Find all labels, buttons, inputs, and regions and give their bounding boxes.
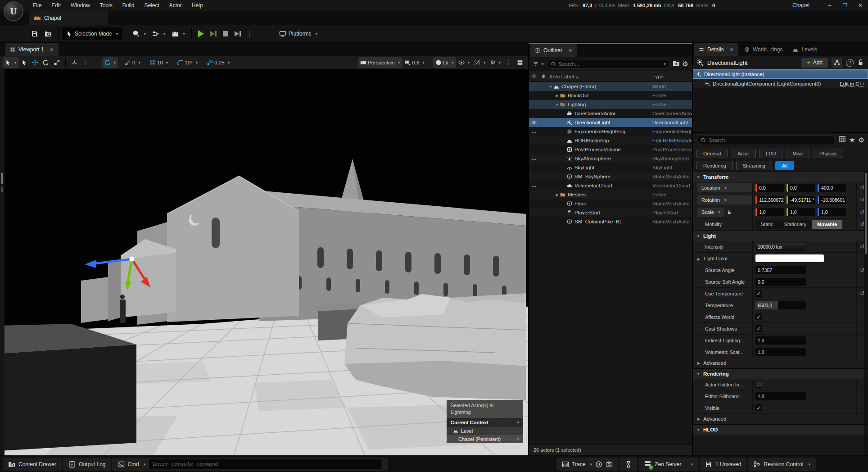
unsaved-button[interactable]: 1 Unsaved: [700, 458, 746, 471]
console-command-input[interactable]: [153, 461, 379, 467]
console-command-field[interactable]: [149, 459, 383, 469]
expander[interactable]: ▼: [554, 103, 560, 107]
rotation-snap-dropdown[interactable]: 10°▾: [175, 57, 200, 68]
filter-physics[interactable]: Physics: [813, 149, 843, 158]
tab-details[interactable]: Details✕: [694, 43, 738, 56]
snap-rotate-dropdown[interactable]: ▾: [102, 57, 118, 68]
volumetric-scattering-input[interactable]: 1,0: [755, 348, 806, 356]
menu-tools[interactable]: Tools: [95, 0, 118, 11]
row-lighting[interactable]: ▼ LightingFolder: [529, 100, 692, 109]
filter-lod[interactable]: LOD: [759, 149, 783, 158]
edit-hdri-link[interactable]: Edit HDRIBackdrop: [652, 138, 692, 143]
select-tool[interactable]: [19, 57, 30, 68]
view-mode-dropdown[interactable]: Lit▾: [433, 57, 456, 68]
tab-world-settings[interactable]: World...tings: [740, 43, 787, 56]
affects-world-checkbox[interactable]: [755, 313, 762, 320]
unlock-icon[interactable]: [857, 59, 864, 66]
outliner-settings-button[interactable]: ⚙: [683, 60, 688, 68]
editor-billboard-input[interactable]: 1,0: [755, 392, 806, 400]
expander[interactable]: ▼: [548, 85, 554, 89]
section-rendering[interactable]: ▼Rendering: [693, 368, 868, 379]
edit-in-cpp-link[interactable]: Edit in C++: [840, 81, 865, 86]
add-actor-dropdown[interactable]: ▾: [129, 27, 149, 40]
unreal-logo-icon[interactable]: U: [4, 1, 23, 21]
light-advanced-expander[interactable]: ▶Advanced: [693, 358, 868, 368]
add-component-button[interactable]: +Add: [801, 58, 828, 68]
skip-button[interactable]: [207, 27, 220, 40]
row-blockout[interactable]: ▶ BlockOutFolder: [529, 91, 692, 100]
hidden-eye-icon[interactable]: [529, 129, 539, 134]
viewport-kebab[interactable]: ⋮: [503, 59, 515, 66]
row-volumetriccloud[interactable]: VolumetricCloudVolumetricCloud: [529, 181, 692, 190]
mobility-movable[interactable]: Movable: [812, 220, 842, 229]
context-level-row[interactable]: Level: [447, 427, 523, 435]
platforms-dropdown[interactable]: Platforms▾: [276, 27, 321, 40]
row-directionallight[interactable]: DirectionalLightDirectionalLight: [529, 118, 692, 127]
row-postprocessvolume[interactable]: PostProcessVolumePostProcessVolume: [529, 145, 692, 154]
details-search[interactable]: [696, 135, 836, 145]
filter-misc[interactable]: Misc: [786, 149, 809, 158]
coordinate-space-toggle[interactable]: [69, 57, 80, 68]
row-skylight[interactable]: SkyLightSkyLight: [529, 163, 692, 172]
cast-shadows-checkbox[interactable]: [755, 325, 762, 332]
hidden-eye-icon[interactable]: [529, 183, 539, 188]
scale-x-input[interactable]: 1,0: [755, 208, 784, 216]
move-tool[interactable]: [30, 57, 41, 68]
light-color-swatch[interactable]: [755, 254, 824, 262]
component-hierarchy-button[interactable]: [832, 58, 842, 68]
close-tab-icon[interactable]: ✕: [730, 47, 734, 53]
row-chapel-editor[interactable]: ▼ Chapel (Editor)World: [529, 82, 692, 91]
location-y-input[interactable]: 0,0: [787, 184, 815, 192]
content-browser-button[interactable]: [41, 27, 55, 40]
cinematics-dropdown[interactable]: ▾: [168, 27, 188, 40]
scale-z-input[interactable]: 1,0: [818, 208, 846, 216]
surface-snap-dropdown[interactable]: 0▾: [122, 57, 143, 68]
details-search-input[interactable]: [709, 137, 832, 143]
output-log-button[interactable]: Output Log: [63, 458, 111, 471]
visibility-eye-icon[interactable]: [529, 120, 539, 125]
tab-outliner[interactable]: Outliner ✕: [530, 44, 577, 57]
menu-build[interactable]: Build: [118, 0, 140, 11]
scale-tool[interactable]: [51, 57, 62, 68]
section-transform[interactable]: ▼Transform: [693, 172, 868, 182]
scale-dropdown[interactable]: Scale▾: [697, 208, 724, 217]
revision-control-dropdown[interactable]: Revision Control▾: [748, 458, 816, 471]
stall-detector-button[interactable]: [619, 458, 637, 471]
viewport-settings-dropdown[interactable]: ⚙▾: [488, 57, 503, 68]
stop-button[interactable]: [220, 27, 231, 40]
menu-window[interactable]: Window: [66, 0, 95, 11]
snapshot-icon[interactable]: [606, 461, 613, 468]
outliner-filter-dropdown[interactable]: ▾: [533, 61, 544, 67]
minimize-button[interactable]: –: [822, 0, 837, 11]
unlock-icon[interactable]: [727, 209, 732, 215]
transform-kebab[interactable]: ⋮: [80, 59, 91, 66]
viewport-scene[interactable]: Selected Actor(s) in Lightning Current C…: [0, 69, 528, 455]
content-drawer-button[interactable]: Content Drawer: [3, 458, 62, 471]
item-label-column[interactable]: Item Label ▲: [548, 74, 652, 79]
favorites-button[interactable]: ★: [849, 136, 855, 144]
source-soft-angle-input[interactable]: 0,0: [755, 278, 806, 286]
show-flags-dropdown[interactable]: ▾: [456, 57, 472, 68]
selection-mode-dropdown[interactable]: Selection Mode▾: [62, 27, 122, 40]
location-x-input[interactable]: 0,0: [755, 184, 784, 192]
rotation-z-input[interactable]: -10,308601: [818, 196, 846, 204]
transform-mode-dropdown[interactable]: ▾: [3, 57, 19, 68]
menu-select[interactable]: Select: [139, 0, 164, 11]
help-icon[interactable]: ?: [846, 59, 854, 67]
row-meshes[interactable]: ▶ MeshesFolder: [529, 190, 692, 199]
grid-snap-dropdown[interactable]: 10▾: [147, 57, 170, 68]
component-row-lightcomponent[interactable]: DirectionalLightComponent (LightComponen…: [693, 79, 868, 88]
mobility-stationary[interactable]: Stationary: [779, 220, 812, 229]
row-skyatmosphere[interactable]: SkyAtmosphereSkyAtmosphere: [529, 154, 692, 163]
indirect-lighting-input[interactable]: 1,0: [755, 336, 806, 345]
row-exponentialheightfog[interactable]: ExponentialHeightFogExponentialHeightFog: [529, 127, 692, 136]
section-light[interactable]: ▼Light: [693, 231, 868, 241]
section-hlod[interactable]: ▼HLOD: [693, 424, 868, 435]
menu-help[interactable]: Help: [187, 0, 208, 11]
visible-checkbox[interactable]: [755, 404, 762, 411]
cmd-dropdown[interactable]: Cmd▾: [118, 461, 145, 468]
location-z-input[interactable]: 400,0: [818, 184, 846, 192]
rotation-dropdown[interactable]: Rotation▾: [697, 195, 752, 204]
expander[interactable]: ▶: [554, 193, 560, 197]
close-button[interactable]: ✕: [853, 0, 868, 11]
